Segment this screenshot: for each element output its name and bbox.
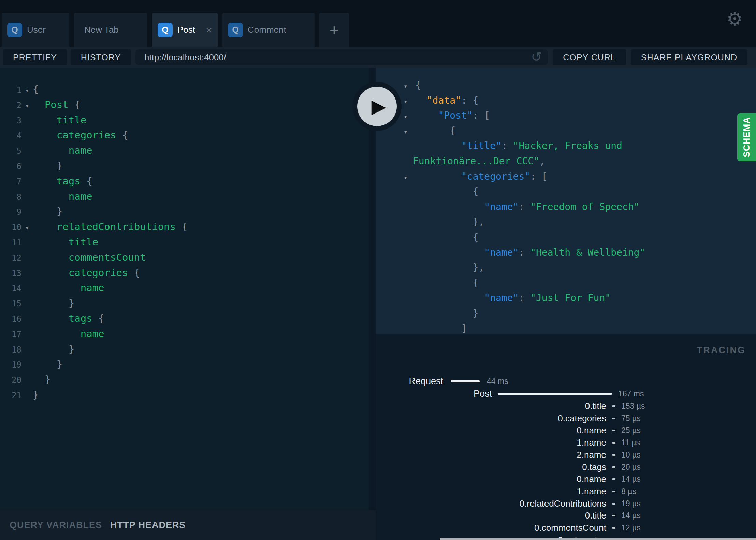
tracing-duration-value: 167 ms [618, 388, 644, 400]
new-tab-button[interactable]: + [319, 13, 349, 47]
query-line: 10▾relatedContributions { [0, 219, 376, 235]
tab-label: Comment [248, 25, 286, 35]
tracing-duration-value: 14 µs [621, 510, 641, 521]
response-code: { [415, 231, 478, 243]
response-code: { [415, 277, 478, 288]
code-token: { [473, 186, 479, 197]
tab-post[interactable]: QPost× [152, 13, 218, 47]
line-number: 3 [0, 113, 21, 129]
horizontal-scrollbar[interactable] [440, 538, 756, 540]
editor-bottom-bar: QUERY VARIABLES HTTP HEADERS [0, 510, 376, 540]
line-number: 9 [0, 205, 21, 220]
code-token: { [181, 221, 187, 232]
reload-schema-icon[interactable]: ↺ [531, 50, 542, 63]
line-number: 18 [0, 342, 21, 358]
query-line: 16tags { [0, 311, 376, 326]
code-token: "title" [461, 140, 501, 151]
endpoint-url-input[interactable] [135, 52, 548, 63]
http-headers-tab[interactable]: HTTP HEADERS [110, 520, 186, 530]
query-line: 3title [0, 112, 376, 128]
query-code: tags { [33, 175, 92, 187]
tracing-field-label: 2.name [376, 449, 606, 461]
tab-comment[interactable]: QComment [222, 13, 315, 47]
query-line: 1▾{ [0, 82, 376, 97]
response-code: { [415, 79, 421, 91]
tracing-field-label: 0.commentsCount [376, 522, 606, 534]
schema-side-tab[interactable]: SCHEMA [737, 113, 756, 161]
code-token: "Just For Fun" [530, 292, 611, 303]
line-number: 12 [0, 251, 21, 266]
tracing-duration-value: 10 µs [621, 449, 641, 461]
tracing-duration-bar [612, 503, 615, 505]
endpoint-url-bar: ↺ [135, 49, 548, 65]
code-token: name [69, 145, 92, 156]
tracing-duration-bar [451, 380, 480, 382]
query-code: { [33, 84, 39, 95]
fold-arrow-icon[interactable]: ▾ [376, 170, 415, 185]
line-number: 21 [0, 388, 21, 403]
query-line: 8name [0, 189, 376, 204]
tracing-duration-bar [612, 515, 615, 516]
query-editor[interactable]: 1▾{2▾Post {3title4categories {5name6}7ta… [0, 68, 376, 510]
code-token: { [74, 99, 80, 110]
code-token: } [473, 308, 479, 319]
response-code: "data": { [415, 95, 478, 106]
toolbar: PRETTIFY HISTORY ↺ COPY CURL SHARE PLAYG… [0, 47, 756, 68]
settings-gear-icon[interactable]: ⚙ [727, 10, 743, 28]
line-number: 6 [0, 159, 21, 174]
tracing-field-row: 0.name14 µs [376, 473, 756, 485]
query-code: Post { [33, 99, 81, 110]
tab-user[interactable]: QUser [2, 13, 69, 47]
code-token: { [415, 79, 421, 91]
query-line: 11title [0, 235, 376, 250]
tab-new-tab[interactable]: New Tab [74, 13, 147, 47]
line-number: 19 [0, 357, 21, 373]
query-line: 9} [0, 204, 376, 219]
response-code: "name": "Just For Fun" [415, 292, 611, 303]
code-token: , [539, 155, 545, 167]
query-code: } [33, 374, 50, 385]
query-badge: Q [7, 22, 22, 38]
response-viewer: ▾{▾"data": {▾"Post": [▾{"title": "Hacker… [376, 68, 756, 334]
code-token: title [57, 114, 86, 126]
response-line: { [376, 230, 756, 245]
pane-divider[interactable] [369, 68, 376, 510]
query-line: 2▾Post { [0, 97, 376, 112]
tracing-span-label: Post [474, 388, 492, 400]
query-code: relatedContributions { [33, 221, 188, 232]
tracing-span-label: Request [409, 375, 443, 387]
tracing-duration-value: 44 ms [487, 375, 508, 387]
fold-arrow-icon[interactable]: ▾ [21, 83, 33, 98]
fold-arrow-icon[interactable]: ▾ [21, 98, 33, 114]
plus-icon: + [330, 21, 339, 39]
copy-curl-button[interactable]: COPY CURL [553, 49, 626, 65]
query-code: categories { [33, 129, 128, 141]
query-variables-tab[interactable]: QUERY VARIABLES [10, 520, 102, 530]
response-code: Funktionäre...Der CCC", [376, 155, 545, 167]
tracing-field-label: 0.title [376, 510, 606, 521]
query-line: 7tags { [0, 174, 376, 189]
history-button[interactable]: HISTORY [71, 49, 131, 65]
query-editor-lines: 1▾{2▾Post {3title4categories {5name6}7ta… [0, 68, 376, 403]
close-tab-icon[interactable]: × [206, 25, 212, 35]
line-number: 11 [0, 235, 21, 251]
fold-arrow-icon[interactable]: ▾ [21, 220, 33, 236]
share-playground-button[interactable]: SHARE PLAYGROUND [631, 49, 747, 65]
response-line: }, [376, 214, 756, 230]
query-code: } [33, 206, 62, 217]
response-line: { [376, 184, 756, 199]
query-line: 14name [0, 280, 376, 296]
query-line: 13categories { [0, 265, 376, 281]
prettify-button[interactable]: PRETTIFY [3, 49, 67, 65]
code-token: categories [57, 129, 122, 141]
tracing-field-row: 0.relatedContributions19 µs [376, 498, 756, 509]
tracing-duration-bar [612, 491, 615, 492]
tracing-duration-bar [612, 442, 615, 444]
tracing-field-label: 0.tags [376, 461, 606, 473]
query-code: } [33, 389, 39, 401]
response-line: ▾{ [376, 78, 756, 93]
execute-query-button[interactable]: ▶ [352, 82, 402, 131]
tracing-duration-bar [612, 454, 615, 456]
query-line: 12commentsCount [0, 250, 376, 265]
code-token: } [57, 206, 62, 217]
